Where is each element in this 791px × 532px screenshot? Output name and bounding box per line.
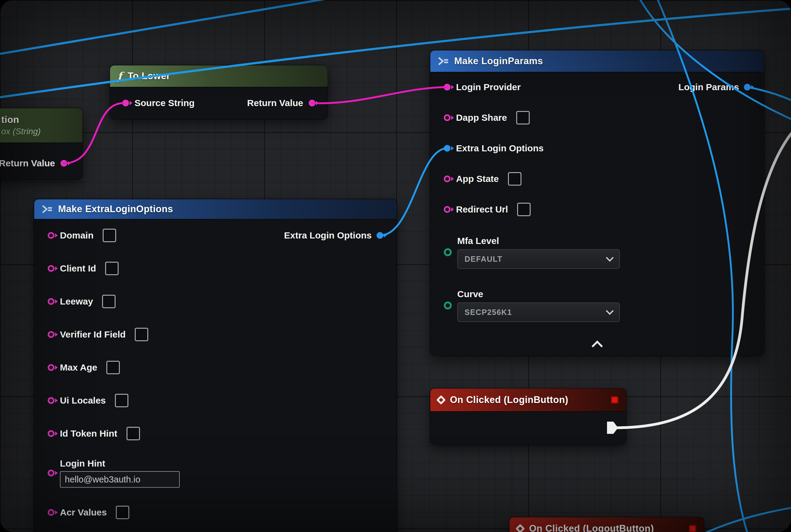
node-on-clicked-login-button[interactable]: On Clicked (LoginButton) bbox=[430, 388, 626, 444]
login-hint-input[interactable] bbox=[60, 471, 180, 488]
node-on-clicked-logout-button[interactable]: On Clicked (LogoutButton) bbox=[509, 517, 704, 532]
checkbox-max-age[interactable] bbox=[107, 361, 120, 374]
node-make-extra-login-options[interactable]: Make ExtraLoginOptions Extra Login Optio… bbox=[34, 200, 397, 532]
wire-to-lower-to-login-provider[interactable] bbox=[312, 87, 447, 103]
pin-label: Ui Locales bbox=[60, 395, 106, 406]
node-title: On Clicked (LoginButton) bbox=[450, 394, 568, 405]
pin-label: Leeway bbox=[60, 296, 93, 307]
node-header[interactable]: Make LoginParams bbox=[430, 51, 764, 72]
node-to-lower[interactable]: ƒ To Lower Source String Return Value bbox=[110, 65, 328, 119]
pin-label: Domain bbox=[60, 230, 94, 241]
pin-row: Ui Locales bbox=[34, 384, 397, 417]
pin-row: Acr Values bbox=[34, 496, 397, 529]
graph-canvas[interactable]: tion ox (String) Return Value ƒ To Lower… bbox=[0, 0, 791, 532]
pin-extra-login-options-out[interactable] bbox=[377, 232, 383, 239]
pin-verifier-id-field[interactable] bbox=[48, 331, 54, 338]
collapse-node-chevron-icon[interactable] bbox=[592, 341, 603, 352]
exec-pin-login-button[interactable] bbox=[607, 422, 618, 434]
pin-row: Mfa Level DEFAULT bbox=[430, 236, 764, 269]
make-struct-icon bbox=[42, 205, 53, 214]
checkbox-ui-locales[interactable] bbox=[115, 394, 128, 407]
wire-stray-bottom-e[interactable] bbox=[703, 508, 791, 532]
node-subtitle: ox (String) bbox=[1, 127, 41, 136]
pin-dapp-share[interactable] bbox=[444, 114, 450, 121]
mfa-level-dropdown[interactable]: DEFAULT bbox=[457, 249, 620, 269]
pin-row: Source String bbox=[122, 98, 195, 108]
pin-client-id[interactable] bbox=[48, 265, 54, 272]
pin-login-provider[interactable] bbox=[444, 84, 450, 91]
pin-mfa-level[interactable] bbox=[444, 248, 452, 256]
pin-ui-locales[interactable] bbox=[48, 397, 54, 404]
checkbox-leeway[interactable] bbox=[102, 295, 116, 308]
chevron-down-icon bbox=[606, 307, 613, 315]
pin-login-params-out[interactable] bbox=[744, 84, 751, 91]
pin-row: Extra Login Options bbox=[284, 219, 383, 252]
pin-row: Login Params bbox=[678, 72, 751, 102]
pin-label: Acr Values bbox=[60, 507, 107, 518]
pin-label: Client Id bbox=[60, 263, 96, 274]
pin-label: Extra Login Options bbox=[284, 230, 372, 241]
curve-dropdown[interactable]: SECP256K1 bbox=[457, 302, 620, 322]
pin-row: Client Id bbox=[34, 252, 397, 285]
make-struct-icon bbox=[438, 57, 449, 66]
pin-row: Max Age bbox=[34, 351, 397, 384]
pin-label: Login Hint bbox=[60, 458, 180, 469]
delegate-pin[interactable] bbox=[689, 525, 697, 532]
wire-stray-top-a[interactable] bbox=[0, 0, 330, 54]
checkbox-domain[interactable] bbox=[103, 229, 116, 242]
pin-source-string[interactable] bbox=[122, 100, 129, 107]
dropdown-value: DEFAULT bbox=[465, 255, 502, 264]
node-title: Make LoginParams bbox=[454, 56, 543, 66]
pin-row: Leeway bbox=[34, 285, 397, 318]
pin-row: Return Value bbox=[247, 98, 315, 108]
node-title: Make ExtraLoginOptions bbox=[58, 204, 173, 215]
node-make-login-params[interactable]: Make LoginParams Login Params Login Prov… bbox=[430, 51, 764, 356]
pin-id-token-hint[interactable] bbox=[48, 430, 54, 437]
pin-domain[interactable] bbox=[48, 232, 54, 239]
node-title: To Lower bbox=[128, 71, 170, 82]
dropdown-value: SECP256K1 bbox=[465, 308, 512, 317]
pin-return-value[interactable] bbox=[60, 160, 67, 167]
node-left-partial[interactable]: tion ox (String) Return Value bbox=[0, 108, 82, 179]
pin-login-hint[interactable] bbox=[48, 470, 54, 476]
checkbox-app-state[interactable] bbox=[508, 172, 521, 186]
pin-label: Id Token Hint bbox=[60, 429, 117, 439]
pin-row: Return Value bbox=[0, 154, 82, 172]
pin-acr-values[interactable] bbox=[48, 509, 54, 516]
pin-app-state[interactable] bbox=[444, 175, 450, 182]
pure-function-icon: ƒ bbox=[117, 70, 122, 82]
event-icon bbox=[436, 395, 446, 404]
pin-row: Login Hint bbox=[34, 450, 397, 496]
node-header[interactable]: On Clicked (LogoutButton) bbox=[509, 517, 704, 532]
pin-row: Dapp Share bbox=[430, 102, 764, 133]
pin-label: Return Value bbox=[0, 158, 55, 169]
pin-label: Mfa Level bbox=[457, 236, 620, 246]
pin-label: Login Provider bbox=[456, 82, 521, 92]
pin-row: Redirect Url bbox=[430, 194, 764, 225]
node-header[interactable]: tion ox (String) bbox=[0, 108, 82, 142]
checkbox-redirect-url[interactable] bbox=[517, 203, 530, 216]
node-title: tion bbox=[1, 114, 19, 125]
checkbox-client-id[interactable] bbox=[105, 262, 119, 275]
pin-leeway[interactable] bbox=[48, 298, 54, 305]
node-header[interactable]: On Clicked (LoginButton) bbox=[430, 388, 626, 411]
pin-row: Curve SECP256K1 bbox=[430, 289, 764, 322]
pin-label: Redirect Url bbox=[456, 204, 508, 215]
checkbox-dapp-share[interactable] bbox=[516, 111, 530, 125]
pin-extra-login-options-in[interactable] bbox=[444, 145, 450, 152]
pin-label: Source String bbox=[134, 98, 195, 108]
pin-label: Curve bbox=[457, 289, 620, 299]
pin-curve[interactable] bbox=[444, 302, 452, 309]
node-header[interactable]: Make ExtraLoginOptions bbox=[34, 200, 397, 219]
pin-to-lower-return[interactable] bbox=[309, 100, 315, 107]
pin-redirect-url[interactable] bbox=[444, 206, 450, 213]
node-header[interactable]: ƒ To Lower bbox=[110, 65, 328, 87]
checkbox-id-token-hint[interactable] bbox=[127, 427, 140, 440]
pin-label: Max Age bbox=[60, 362, 97, 373]
delegate-pin[interactable] bbox=[611, 396, 619, 404]
checkbox-verifier-id-field[interactable] bbox=[135, 328, 148, 341]
pin-row: App State bbox=[430, 164, 764, 194]
pin-max-age[interactable] bbox=[48, 364, 54, 371]
checkbox-acr-values[interactable] bbox=[116, 506, 129, 519]
node-title: On Clicked (LogoutButton) bbox=[529, 523, 654, 532]
